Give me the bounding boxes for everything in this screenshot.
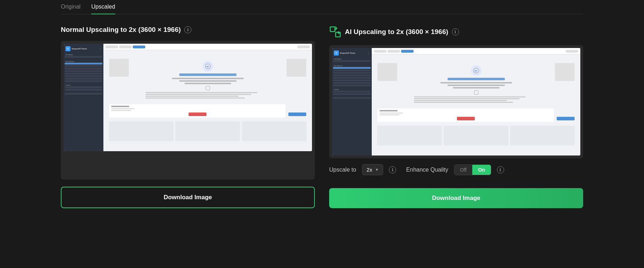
left-nav-item-logo (65, 63, 102, 64)
right-nav-section-label2: Content (333, 88, 371, 90)
right-nav-item-header (333, 72, 371, 74)
left-nav-item-menu (65, 93, 102, 95)
left-mock-topbar (103, 44, 312, 50)
left-mock-side-panels (107, 120, 308, 143)
left-content-line-4 (146, 97, 245, 99)
left-wizard-icon (203, 61, 213, 72)
left-content-lines (146, 92, 269, 99)
left-sidebar-header: T Shapeshift Theme ⋮ (65, 45, 102, 52)
right-nav-item-1 (333, 60, 371, 62)
right-content-lines (414, 96, 538, 103)
enhance-label: Enhance Quality (406, 167, 448, 173)
right-nav-label-1: Site Wizard (333, 58, 371, 60)
right-nav-item-brand (333, 70, 371, 71)
right-mock-title-bar (448, 78, 505, 80)
left-column: Normal Upscaling to 2x (3600 × 1966) ℹ T… (61, 26, 315, 208)
left-nav-item-footer (65, 70, 102, 72)
enhance-quality-toggle[interactable]: Off On (454, 164, 491, 175)
left-topbar-pill-2 (119, 46, 132, 48)
enhance-info-icon[interactable]: ℹ (497, 166, 504, 173)
svg-point-6 (477, 69, 478, 70)
left-nav-item-blogpost (65, 78, 102, 80)
left-mock-main (103, 44, 312, 151)
left-topbar-pill-3 (297, 46, 310, 48)
right-logo: T (334, 51, 339, 56)
right-text-line-2 (448, 85, 505, 86)
left-nav-item-brand (65, 65, 102, 67)
right-download-button[interactable]: Download Image (329, 188, 583, 208)
right-wizard-icon (471, 65, 482, 76)
right-section-header: AI Upscaling to 2x (3600 × 1966) ℹ (329, 26, 583, 38)
left-topbar-pill-1 (106, 46, 118, 48)
left-nav-section-label: Site Structure (65, 61, 102, 62)
left-mock-btn-blue (288, 113, 306, 116)
right-text-line-3 (453, 87, 499, 88)
chevron-down-icon: ▼ (375, 168, 379, 172)
left-content-line-2 (146, 94, 251, 95)
left-section-title: Normal Upscaling to 2x (3600 × 1966) (61, 26, 181, 34)
tab-upscaled[interactable]: Upscaled (91, 4, 115, 14)
right-nav-item-pages (333, 91, 371, 92)
upscale-label: Upscale to (329, 167, 356, 173)
right-mock-screenshot: T Shapeshift Theme ⋮ Site Wizard Site St… (332, 48, 580, 155)
left-mock-screenshot: T Shapeshift Theme ⋮ Site Wizard Site St… (64, 44, 312, 151)
left-mock-btn-red (189, 113, 206, 116)
right-topbar-pill-primary (401, 50, 414, 53)
left-mock-content (103, 50, 312, 151)
left-text-line-3 (185, 83, 231, 84)
right-preview-inner: T Shapeshift Theme ⋮ Site Wizard Site St… (329, 45, 583, 158)
right-mock-text-lines (440, 82, 512, 88)
main-container: Original Upscaled Normal Upscaling to 2x… (0, 0, 644, 208)
toggle-on[interactable]: On (472, 165, 491, 175)
right-nav-item-menu (333, 97, 371, 99)
upscale-select[interactable]: 2x ▼ (362, 164, 384, 175)
right-side-panel-3 (510, 126, 575, 145)
right-image-preview: T Shapeshift Theme ⋮ Site Wizard Site St… (329, 45, 583, 158)
right-nav-item-blog (333, 80, 371, 81)
right-nav-section-label: Site Structure (333, 65, 371, 67)
left-mock-title-bar (179, 73, 236, 76)
right-mock-main (372, 48, 580, 155)
right-info-icon[interactable]: ℹ (452, 28, 459, 35)
left-nav-item-blogfiles (65, 89, 102, 91)
left-info-icon[interactable]: ℹ (184, 26, 191, 33)
toggle-off[interactable]: Off (454, 165, 472, 175)
left-nav-item-blog (65, 75, 102, 77)
left-menu-dots: ⋮ (99, 47, 102, 51)
left-nav-item-pages (65, 86, 102, 88)
tab-original[interactable]: Original (61, 4, 80, 14)
left-download-button[interactable]: Download Image (61, 187, 315, 208)
right-mock-content (372, 54, 580, 155)
right-brand-text: Shapeshift Theme (340, 52, 355, 54)
right-content-line-2 (414, 98, 519, 99)
right-mock-side-panels (375, 124, 577, 147)
upscale-value: 2x (367, 167, 372, 173)
right-content-line-4 (414, 102, 513, 103)
left-preview-inner: T Shapeshift Theme ⋮ Site Wizard Site St… (61, 41, 315, 180)
right-content-line-1 (414, 96, 526, 97)
left-side-panel-3 (242, 121, 307, 141)
left-image-preview: T Shapeshift Theme ⋮ Site Wizard Site St… (61, 41, 315, 180)
right-mock-btn-red (457, 117, 475, 120)
left-nav-item-homepage (65, 73, 102, 75)
svg-point-1 (208, 64, 210, 66)
left-mock-text-lines (172, 78, 244, 84)
left-nav-item-1 (65, 56, 102, 58)
ai-upscale-icon (329, 26, 341, 38)
right-column: AI Upscaling to 2x (3600 × 1966) ℹ T Sha… (329, 26, 583, 208)
right-topbar-pill-3 (566, 50, 578, 53)
right-section-title: AI Upscaling to 2x (3600 × 1966) (345, 28, 448, 36)
left-side-panel-1 (109, 121, 174, 141)
right-topbar-pill-1 (374, 50, 386, 53)
upscale-info-icon[interactable]: ℹ (389, 166, 396, 173)
left-topbar-pill-primary (133, 46, 145, 48)
right-mock-topbar (372, 48, 580, 54)
right-ai-icon (329, 26, 341, 38)
left-nav-label-1: Site Wizard (65, 54, 102, 56)
right-content-line-3 (414, 100, 507, 101)
columns-container: Normal Upscaling to 2x (3600 × 1966) ℹ T… (61, 26, 583, 208)
left-section-header: Normal Upscaling to 2x (3600 × 1966) ℹ (61, 26, 315, 34)
right-nav-item-page (333, 85, 371, 86)
left-text-line-1 (172, 78, 244, 79)
right-nav-item-logo (333, 67, 371, 69)
